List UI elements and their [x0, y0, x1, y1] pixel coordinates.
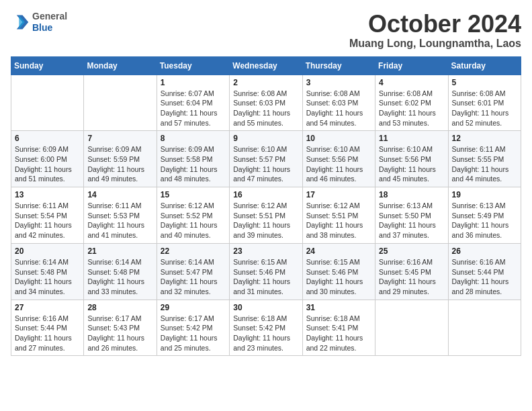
calendar-body: 1Sunrise: 6:07 AM Sunset: 6:04 PM Daylig…: [11, 75, 521, 356]
day-number: 8: [161, 134, 226, 143]
day-info: Sunrise: 6:12 AM Sunset: 5:52 PM Dayligh…: [161, 201, 226, 240]
day-info: Sunrise: 6:13 AM Sunset: 5:50 PM Dayligh…: [379, 201, 444, 240]
calendar-cell: 30Sunrise: 6:18 AM Sunset: 5:42 PM Dayli…: [230, 300, 302, 356]
day-number: 9: [233, 134, 298, 143]
day-number: 11: [379, 134, 444, 143]
day-number: 10: [306, 134, 371, 143]
calendar-cell: 21Sunrise: 6:14 AM Sunset: 5:48 PM Dayli…: [84, 243, 157, 300]
day-info: Sunrise: 6:17 AM Sunset: 5:42 PM Dayligh…: [161, 314, 226, 353]
calendar-week-row: 1Sunrise: 6:07 AM Sunset: 6:04 PM Daylig…: [11, 75, 521, 131]
day-info: Sunrise: 6:10 AM Sunset: 5:56 PM Dayligh…: [306, 144, 371, 184]
day-number: 22: [161, 246, 226, 256]
day-info: Sunrise: 6:11 AM Sunset: 5:54 PM Dayligh…: [15, 201, 80, 240]
day-info: Sunrise: 6:18 AM Sunset: 5:42 PM Dayligh…: [233, 314, 298, 353]
calendar-week-row: 6Sunrise: 6:09 AM Sunset: 6:00 PM Daylig…: [11, 131, 521, 187]
calendar-cell: 8Sunrise: 6:09 AM Sunset: 5:58 PM Daylig…: [157, 131, 229, 187]
day-info: Sunrise: 6:09 AM Sunset: 6:00 PM Dayligh…: [15, 144, 80, 184]
calendar-cell: 16Sunrise: 6:12 AM Sunset: 5:51 PM Dayli…: [230, 187, 302, 244]
day-info: Sunrise: 6:10 AM Sunset: 5:57 PM Dayligh…: [233, 144, 298, 184]
calendar-cell: [84, 75, 157, 131]
logo-text: General Blue: [32, 11, 67, 34]
calendar-week-row: 27Sunrise: 6:16 AM Sunset: 5:44 PM Dayli…: [11, 300, 521, 356]
day-info: Sunrise: 6:18 AM Sunset: 5:41 PM Dayligh…: [306, 314, 371, 353]
calendar-cell: 25Sunrise: 6:16 AM Sunset: 5:45 PM Dayli…: [375, 243, 448, 300]
day-number: 17: [306, 190, 371, 199]
calendar-cell: 12Sunrise: 6:11 AM Sunset: 5:55 PM Dayli…: [448, 131, 521, 187]
day-number: 18: [379, 190, 444, 199]
day-number: 25: [379, 246, 444, 256]
calendar-cell: 11Sunrise: 6:10 AM Sunset: 5:56 PM Dayli…: [375, 131, 448, 187]
day-number: 1: [161, 78, 226, 87]
day-number: 6: [15, 134, 80, 143]
day-number: 5: [452, 78, 517, 87]
day-number: 3: [306, 78, 371, 87]
logo-general-text: General: [32, 11, 67, 22]
header: General Blue October 2024 Muang Long, Lo…: [11, 11, 521, 50]
weekday-header-cell: Friday: [375, 56, 448, 75]
day-info: Sunrise: 6:09 AM Sunset: 5:59 PM Dayligh…: [87, 144, 152, 184]
weekday-header-cell: Saturday: [448, 56, 521, 75]
calendar-cell: [375, 300, 448, 356]
day-info: Sunrise: 6:15 AM Sunset: 5:46 PM Dayligh…: [233, 257, 298, 297]
weekday-header-cell: Monday: [84, 56, 157, 75]
day-info: Sunrise: 6:14 AM Sunset: 5:48 PM Dayligh…: [87, 257, 152, 297]
day-number: 15: [161, 190, 226, 199]
day-number: 16: [233, 190, 298, 199]
calendar-cell: 31Sunrise: 6:18 AM Sunset: 5:41 PM Dayli…: [302, 300, 375, 356]
day-number: 2: [233, 78, 298, 87]
day-number: 24: [306, 246, 371, 256]
calendar-cell: 4Sunrise: 6:08 AM Sunset: 6:02 PM Daylig…: [375, 75, 448, 131]
weekday-header-cell: Wednesday: [230, 56, 302, 75]
day-number: 12: [452, 134, 517, 143]
weekday-header-cell: Thursday: [302, 56, 375, 75]
day-info: Sunrise: 6:11 AM Sunset: 5:53 PM Dayligh…: [87, 201, 152, 240]
calendar-cell: 27Sunrise: 6:16 AM Sunset: 5:44 PM Dayli…: [11, 300, 84, 356]
day-number: 20: [15, 246, 80, 256]
calendar-cell: 5Sunrise: 6:08 AM Sunset: 6:01 PM Daylig…: [448, 75, 521, 131]
day-number: 23: [233, 246, 298, 256]
calendar-cell: 6Sunrise: 6:09 AM Sunset: 6:00 PM Daylig…: [11, 131, 84, 187]
calendar-week-row: 13Sunrise: 6:11 AM Sunset: 5:54 PM Dayli…: [11, 187, 521, 244]
day-number: 26: [452, 246, 517, 256]
calendar-table: SundayMondayTuesdayWednesdayThursdayFrid…: [11, 56, 521, 357]
calendar-week-row: 20Sunrise: 6:14 AM Sunset: 5:48 PM Dayli…: [11, 243, 521, 300]
title-area: October 2024 Muang Long, Loungnamtha, La…: [349, 11, 521, 50]
location: Muang Long, Loungnamtha, Laos: [349, 38, 521, 50]
logo-icon: [11, 13, 30, 32]
calendar-cell: 10Sunrise: 6:10 AM Sunset: 5:56 PM Dayli…: [302, 131, 375, 187]
day-info: Sunrise: 6:14 AM Sunset: 5:47 PM Dayligh…: [161, 257, 226, 297]
day-info: Sunrise: 6:16 AM Sunset: 5:44 PM Dayligh…: [452, 257, 517, 297]
day-info: Sunrise: 6:08 AM Sunset: 6:01 PM Dayligh…: [452, 89, 517, 128]
calendar-cell: 9Sunrise: 6:10 AM Sunset: 5:57 PM Daylig…: [230, 131, 302, 187]
day-number: 19: [452, 190, 517, 199]
month-title: October 2024: [349, 11, 521, 38]
calendar-cell: 26Sunrise: 6:16 AM Sunset: 5:44 PM Dayli…: [448, 243, 521, 300]
day-info: Sunrise: 6:08 AM Sunset: 6:03 PM Dayligh…: [233, 89, 298, 128]
calendar-cell: 17Sunrise: 6:12 AM Sunset: 5:51 PM Dayli…: [302, 187, 375, 244]
day-number: 29: [161, 303, 226, 312]
day-info: Sunrise: 6:08 AM Sunset: 6:03 PM Dayligh…: [306, 89, 371, 128]
day-info: Sunrise: 6:17 AM Sunset: 5:43 PM Dayligh…: [87, 314, 152, 353]
calendar-cell: 29Sunrise: 6:17 AM Sunset: 5:42 PM Dayli…: [157, 300, 229, 356]
calendar-cell: 20Sunrise: 6:14 AM Sunset: 5:48 PM Dayli…: [11, 243, 84, 300]
calendar-cell: 1Sunrise: 6:07 AM Sunset: 6:04 PM Daylig…: [157, 75, 229, 131]
day-number: 14: [87, 190, 152, 199]
weekday-header-cell: Sunday: [11, 56, 84, 75]
day-info: Sunrise: 6:07 AM Sunset: 6:04 PM Dayligh…: [161, 89, 226, 128]
calendar-cell: 28Sunrise: 6:17 AM Sunset: 5:43 PM Dayli…: [84, 300, 157, 356]
day-number: 13: [15, 190, 80, 199]
day-info: Sunrise: 6:15 AM Sunset: 5:46 PM Dayligh…: [306, 257, 371, 297]
logo-blue-text: Blue: [32, 22, 67, 34]
calendar-cell: [448, 300, 521, 356]
calendar-cell: 14Sunrise: 6:11 AM Sunset: 5:53 PM Dayli…: [84, 187, 157, 244]
day-number: 4: [379, 78, 444, 87]
calendar-cell: 23Sunrise: 6:15 AM Sunset: 5:46 PM Dayli…: [230, 243, 302, 300]
calendar-cell: 7Sunrise: 6:09 AM Sunset: 5:59 PM Daylig…: [84, 131, 157, 187]
weekday-header-cell: Tuesday: [157, 56, 229, 75]
day-number: 21: [87, 246, 152, 256]
day-number: 7: [87, 134, 152, 143]
day-info: Sunrise: 6:08 AM Sunset: 6:02 PM Dayligh…: [379, 89, 444, 128]
day-info: Sunrise: 6:10 AM Sunset: 5:56 PM Dayligh…: [379, 144, 444, 184]
calendar-cell: 15Sunrise: 6:12 AM Sunset: 5:52 PM Dayli…: [157, 187, 229, 244]
logo: General Blue: [11, 11, 67, 34]
